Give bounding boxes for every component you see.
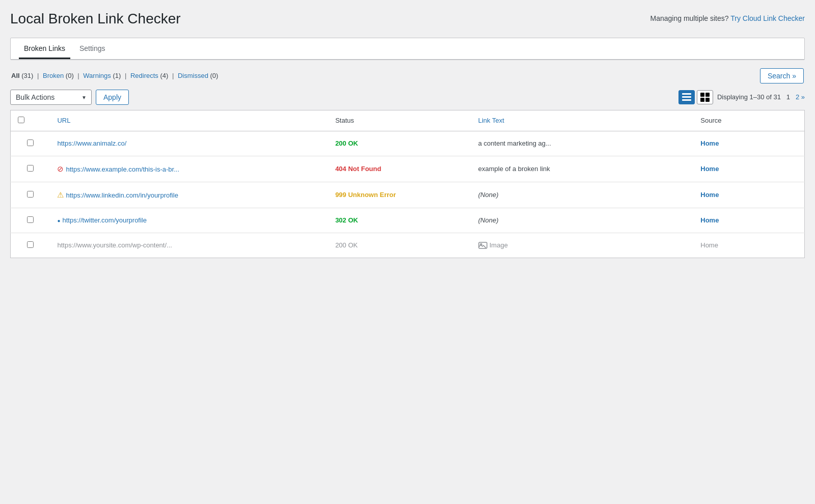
source-cell: Home [700, 241, 718, 249]
links-table: URL Status Link Text Source https://www.… [10, 110, 805, 258]
source-container: Home [693, 131, 804, 156]
source-container: Home [693, 156, 804, 182]
filter-bar: All (31) | Broken (0) | Warnings (1) | R… [10, 68, 805, 83]
row-checkbox[interactable] [27, 139, 34, 146]
status-cell: 999 Unknown Error [335, 191, 396, 199]
row-checkbox-cell [11, 208, 50, 233]
svg-rect-6 [705, 98, 710, 102]
url-link[interactable]: https://www.yoursite.com/wp-content/... [57, 241, 172, 249]
table-body: https://www.animalz.co/ 200 OK a content… [11, 131, 805, 258]
list-view-icon [682, 93, 691, 102]
filter-dismissed-link[interactable]: Dismissed [178, 72, 208, 79]
filter-warnings-link[interactable]: Warnings [83, 72, 111, 79]
th-status: Status [328, 110, 471, 131]
row-checkbox[interactable] [27, 216, 34, 223]
url-link[interactable]: https://www.example.com/this-is-a-br... [66, 165, 179, 173]
filter-broken-count: (0) [66, 72, 76, 79]
pagination-info: Displaying 1–30 of 31 1 2 » [717, 93, 805, 101]
table-header-row: URL Status Link Text Source [11, 110, 805, 131]
svg-rect-4 [705, 93, 710, 97]
source-link[interactable]: Home [700, 139, 719, 147]
filter-broken-link[interactable]: Broken [43, 72, 64, 79]
cloud-link[interactable]: Try Cloud Link Checker [730, 14, 805, 22]
list-view-button[interactable] [678, 90, 695, 104]
page-header: Local Broken Link Checker Managing multi… [10, 10, 805, 27]
search-button[interactable]: Search » [760, 68, 804, 83]
pagination-page1: 1 [786, 93, 790, 101]
status-cell: 404 Not Found [335, 165, 381, 173]
filter-redirects-count: (4) [160, 72, 170, 79]
row-checkbox-cell [11, 131, 50, 156]
row-checkbox[interactable] [27, 191, 34, 198]
grid-view-icon [700, 93, 710, 102]
grid-view-button[interactable] [697, 90, 713, 104]
row-checkbox[interactable] [27, 165, 34, 172]
link-text-container: (None) [471, 182, 694, 208]
status-cell: 302 OK [335, 216, 358, 224]
link-text-container: Image [471, 233, 694, 258]
row-checkbox-cell [11, 233, 50, 258]
tabs: Broken Links Settings [11, 38, 804, 60]
bulk-actions-select[interactable]: Bulk Actions Set as not broken Dismiss [10, 90, 92, 105]
th-link-text[interactable]: Link Text [471, 110, 694, 131]
pagination-next-link[interactable]: » [801, 93, 805, 101]
link-text-container: (None) [471, 208, 694, 233]
error-icon: ⊘ [57, 164, 64, 174]
th-url[interactable]: URL [50, 110, 328, 131]
status-cell-container: 404 Not Found [328, 156, 471, 182]
source-link[interactable]: Home [700, 191, 719, 199]
status-cell: 200 OK [335, 139, 358, 147]
url-link[interactable]: https://www.linkedin.com/in/yourprofile [66, 191, 178, 199]
th-source: Source [693, 110, 804, 131]
link-text-cell: (None) [478, 191, 499, 199]
source-container: Home [693, 233, 804, 258]
tab-settings[interactable]: Settings [74, 38, 111, 59]
table-row: https://www.yoursite.com/wp-content/... … [11, 233, 805, 258]
url-cell: https://www.yoursite.com/wp-content/... [50, 233, 328, 258]
view-icons [678, 90, 713, 104]
toolbar-row: Bulk Actions Set as not broken Dismiss A… [10, 90, 805, 105]
toolbar-left: Bulk Actions Set as not broken Dismiss A… [10, 90, 129, 105]
filter-dismissed-count: (0) [210, 72, 219, 79]
source-link[interactable]: Home [700, 216, 719, 224]
source-container: Home [693, 182, 804, 208]
warning-icon: ⚠ [57, 190, 64, 200]
link-text-cell: (None) [478, 216, 499, 224]
filter-warnings-count: (1) [113, 72, 123, 79]
status-cell-container: 200 OK [328, 233, 471, 258]
apply-button[interactable]: Apply [96, 90, 129, 105]
link-text-cell: example of a broken link [478, 165, 550, 173]
link-text-cell: a content marketing ag... [478, 139, 551, 147]
svg-rect-5 [700, 98, 704, 102]
svg-rect-3 [700, 93, 704, 97]
filter-redirects-link[interactable]: Redirects [130, 72, 158, 79]
source-link[interactable]: Home [700, 165, 719, 173]
filter-all-label: All [11, 72, 20, 79]
filter-links: All (31) | Broken (0) | Warnings (1) | R… [11, 72, 218, 79]
tab-broken-links[interactable]: Broken Links [19, 38, 70, 59]
url-cell: ⊘https://www.example.com/this-is-a-br... [50, 156, 328, 182]
row-checkbox-cell [11, 156, 50, 182]
cloud-notice-text: Managing multiple sites? [650, 14, 729, 22]
link-text-container: a content marketing ag... [471, 131, 694, 156]
table-header: URL Status Link Text Source [11, 110, 805, 131]
tab-container: Broken Links Settings [10, 38, 805, 60]
row-checkbox[interactable] [27, 241, 34, 248]
status-cell-container: 302 OK [328, 208, 471, 233]
svg-rect-1 [682, 96, 691, 98]
redirect-icon: ● [57, 218, 60, 223]
status-cell: 200 OK [335, 241, 358, 249]
row-checkbox-cell [11, 182, 50, 208]
source-container: Home [693, 208, 804, 233]
link-text-cell: Image [478, 241, 687, 249]
url-link[interactable]: https://www.animalz.co/ [57, 139, 126, 147]
page-title: Local Broken Link Checker [10, 10, 181, 27]
url-cell: https://www.animalz.co/ [50, 131, 328, 156]
url-link[interactable]: https://twitter.com/yourprofile [63, 216, 147, 224]
cloud-notice: Managing multiple sites? Try Cloud Link … [650, 14, 805, 22]
status-cell-container: 999 Unknown Error [328, 182, 471, 208]
pagination-page2-link[interactable]: 2 [796, 93, 799, 101]
select-all-checkbox[interactable] [18, 117, 24, 123]
filter-all-count: (31) [21, 72, 33, 79]
bulk-actions-wrapper: Bulk Actions Set as not broken Dismiss [10, 90, 92, 105]
